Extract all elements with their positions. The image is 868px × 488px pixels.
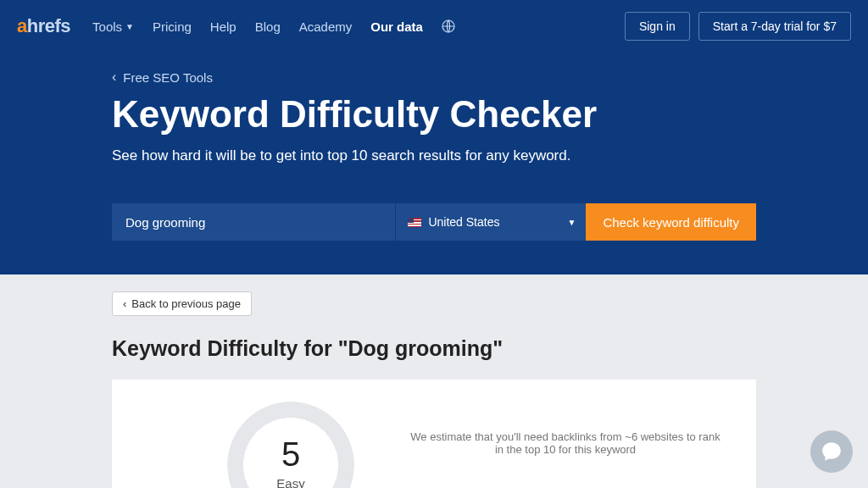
nav-our-data[interactable]: Our data [370,19,423,34]
result-title-prefix: Keyword Difficulty for [112,336,338,360]
nav-help[interactable]: Help [210,19,236,34]
back-label: Back to previous page [131,297,241,310]
estimate-text: We estimate that you'll need backlinks f… [405,402,726,478]
chat-icon [821,441,843,463]
caret-down-icon: ▼ [125,22,134,31]
logo-a: a [17,15,27,36]
nav-buttons: Sign in Start a 7-day trial for $7 [625,12,851,41]
top-nav: ahrefs Tools▼ Pricing Help Blog Academy … [0,0,868,53]
result-title-keyword: "Dog grooming" [338,336,504,360]
back-button[interactable]: ‹ Back to previous page [112,291,252,316]
nav-tools[interactable]: Tools▼ [92,19,134,34]
chat-widget[interactable] [810,430,853,473]
globe-icon[interactable] [442,19,455,33]
page-subtitle: See how hard it will be to get into top … [112,147,756,164]
nav-pricing[interactable]: Pricing [153,19,192,34]
country-select[interactable]: United States ▼ [395,203,586,241]
trial-button[interactable]: Start a 7-day trial for $7 [698,12,851,41]
breadcrumb[interactable]: ‹ Free SEO Tools [112,69,756,85]
difficulty-label: Easy [227,476,354,488]
result-card: 5 Easy We estimate that you'll need back… [112,380,756,488]
logo[interactable]: ahrefs [17,15,70,37]
breadcrumb-label: Free SEO Tools [123,70,213,85]
page-title: Keyword Difficulty Checker [112,93,756,136]
country-label: United States [428,215,499,229]
nav-links: Tools▼ Pricing Help Blog Academy Our dat… [92,19,455,34]
logo-rest: hrefs [27,15,70,36]
check-difficulty-button[interactable]: Check keyword difficulty [586,203,756,241]
chevron-left-icon: ‹ [123,297,126,310]
keyword-input[interactable] [112,203,395,241]
caret-down-icon: ▼ [567,218,576,227]
nav-blog[interactable]: Blog [255,19,281,34]
search-row: United States ▼ Check keyword difficulty [112,203,756,241]
difficulty-score: 5 [227,435,354,474]
nav-tools-label: Tools [92,19,122,34]
us-flag-icon [408,218,421,227]
nav-academy[interactable]: Academy [299,19,353,34]
sign-in-button[interactable]: Sign in [625,12,690,41]
result-title: Keyword Difficulty for "Dog grooming" [112,336,756,361]
chevron-left-icon: ‹ [112,69,116,85]
difficulty-gauge: 5 Easy [227,402,354,478]
